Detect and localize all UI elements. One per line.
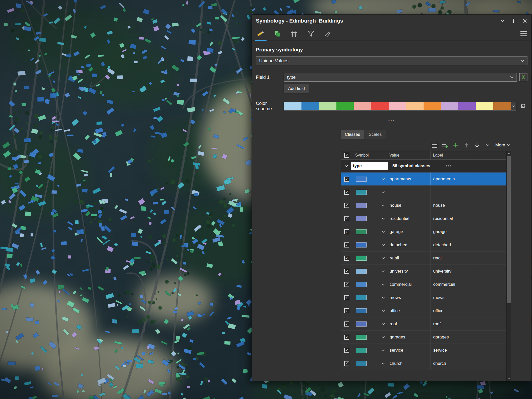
class-symbol-swatch[interactable] [356,308,367,313]
class-checkbox[interactable]: ✓ [344,256,349,261]
class-label[interactable]: university [431,269,451,274]
class-label[interactable]: office [431,308,443,313]
close-icon[interactable] [522,18,527,24]
class-symbol-swatch[interactable] [356,321,367,327]
symbology-type-select[interactable]: Unique Values [256,56,527,65]
class-value[interactable]: garage [387,229,403,234]
scrollbar-thumb[interactable] [507,156,511,303]
class-label[interactable]: mews [431,295,444,300]
chevron-down-icon[interactable] [382,363,385,365]
class-checkbox[interactable]: ✓ [344,229,349,234]
class-label[interactable]: commercial [431,282,455,287]
class-value[interactable]: roof [387,321,397,327]
chevron-down-icon[interactable] [382,244,385,246]
class-checkbox[interactable]: ✓ [344,190,349,195]
tab-scales[interactable]: Scales [365,130,386,139]
chevron-down-icon[interactable] [382,297,385,299]
class-label[interactable]: garage [431,229,447,234]
class-checkbox[interactable]: ✓ [344,321,349,327]
chevron-down-icon[interactable] [382,270,385,272]
class-label[interactable]: roof [431,321,441,327]
class-label[interactable]: detached [431,242,451,248]
class-value[interactable]: house [387,203,401,208]
class-label[interactable]: apartments [431,177,455,182]
class-value[interactable]: church [387,361,403,366]
move-down-icon[interactable] [474,142,480,148]
field1-select[interactable]: type [284,73,517,82]
class-checkbox[interactable]: ✓ [344,242,349,248]
class-symbol-swatch[interactable] [356,269,367,274]
symbol-class-row[interactable]: ✓ garage garage [341,225,506,238]
scrollbar-track[interactable] [507,304,511,376]
vertical-scrollbar[interactable] [506,151,511,381]
class-label[interactable]: house [431,203,445,208]
class-symbol-swatch[interactable] [356,229,367,234]
chevron-down-icon[interactable] [382,231,385,233]
symbol-class-row[interactable]: ✓ service service [341,344,506,357]
group-field-input[interactable] [351,162,388,170]
class-value[interactable]: detached [387,242,407,248]
vary-symbology-icon[interactable] [273,29,282,38]
symbol-class-row[interactable]: ✓ mews mews [341,291,506,304]
group-collapse-icon[interactable] [343,165,349,167]
class-checkbox[interactable]: ✓ [344,295,349,300]
chevron-down-icon[interactable] [382,349,385,351]
class-value[interactable]: service [387,348,403,353]
class-label[interactable]: residential [431,216,453,221]
symbol-class-row[interactable]: ✓ retail retail [341,252,506,265]
chevron-down-icon[interactable] [500,18,505,24]
add-field-button[interactable]: Add field [284,84,309,93]
symbol-class-row[interactable]: ✓ detached detached [341,238,506,252]
symbol-class-row[interactable]: ✓ commercial commercial [341,278,506,291]
chevron-down-icon[interactable] [511,102,516,110]
add-class-icon[interactable] [453,142,459,148]
collapse-rows-icon[interactable] [485,142,491,148]
group-options-icon[interactable]: ••• [446,164,452,168]
class-checkbox[interactable]: ✓ [344,308,349,313]
symbol-class-row[interactable]: ✓ church church [341,357,506,370]
class-checkbox[interactable]: ✓ [344,335,349,340]
class-symbol-swatch[interactable] [356,242,367,248]
class-symbol-swatch[interactable] [356,295,367,300]
move-up-icon[interactable] [463,142,469,148]
funnel-icon[interactable] [307,29,315,38]
more-button[interactable]: More [495,143,510,148]
class-label[interactable]: garages [431,335,449,340]
class-value[interactable]: residential [387,216,409,221]
symbol-class-row[interactable]: ✓ office office [341,304,506,317]
panel-splitter-handle[interactable]: ••• [252,119,531,122]
class-value[interactable]: garages [387,335,405,340]
table-view-icon[interactable] [431,142,438,148]
class-value[interactable]: mews [387,295,401,300]
class-symbol-swatch[interactable] [356,335,367,340]
class-label[interactable]: retail [431,256,443,261]
class-symbol-swatch[interactable] [356,282,367,287]
color-scheme-select[interactable] [284,102,516,110]
select-all-checkbox[interactable]: ✓ [344,153,349,158]
class-checkbox[interactable]: ✓ [344,203,349,208]
class-symbol-swatch[interactable] [356,177,367,182]
class-symbol-swatch[interactable] [356,203,367,208]
class-checkbox[interactable]: ✓ [344,216,349,221]
symbol-class-row[interactable]: ✓ apartments apartments [341,173,506,186]
class-checkbox[interactable]: ✓ [344,361,349,366]
tab-classes[interactable]: Classes [341,130,364,139]
class-checkbox[interactable]: ✓ [344,348,349,353]
class-value[interactable]: office [387,308,400,313]
symbol-class-row[interactable]: ✓ garages garages [341,331,506,344]
scroll-down-icon[interactable] [507,376,511,381]
add-values-icon[interactable] [442,142,448,148]
expression-builder-button[interactable]: X [519,73,527,81]
chevron-down-icon[interactable] [382,310,385,312]
class-symbol-swatch[interactable] [356,256,367,261]
chevron-down-icon[interactable] [382,283,385,286]
scale-symbology-icon[interactable] [323,29,332,38]
primary-symbology-icon[interactable] [256,29,265,38]
class-value[interactable]: commercial [387,282,412,287]
symbol-class-row[interactable]: ✓ house house [341,199,506,212]
class-symbol-swatch[interactable] [356,348,367,353]
class-label[interactable]: church [431,361,446,366]
chevron-down-icon[interactable] [382,336,385,338]
pin-icon[interactable] [511,18,516,24]
class-symbol-swatch[interactable] [356,361,367,366]
